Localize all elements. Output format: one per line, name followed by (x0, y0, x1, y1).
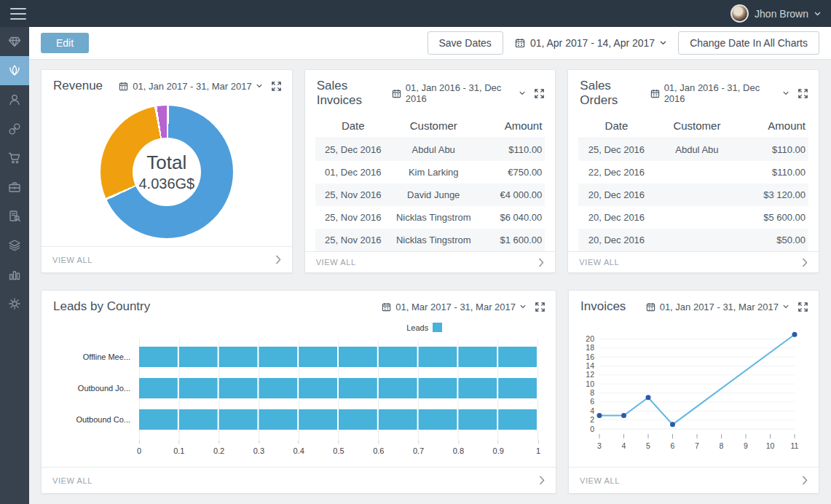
user-menu[interactable]: Jhon Brown (730, 4, 821, 23)
view-all-button[interactable]: VIEW ALL (305, 251, 556, 272)
legend-label: Leads (406, 323, 428, 332)
table-row[interactable]: 20, Dec 2016$50.00 (578, 229, 808, 251)
view-all-label: VIEW ALL (579, 258, 619, 267)
chevron-right-icon (802, 258, 808, 267)
chevron-down-icon (660, 41, 666, 45)
y-tick-label: 20 (586, 334, 594, 343)
expand-icon[interactable] (532, 87, 546, 101)
x-tick-label: 7 (695, 441, 699, 450)
card-date-value: 01, Jan 2017 - 31, Mar 2017 (133, 81, 251, 92)
hamburger-icon[interactable] (10, 8, 26, 20)
bar-row: Outbound Jo... (52, 373, 538, 404)
sidebar-item-layers[interactable] (0, 231, 29, 260)
table-cell: 01, Dec 2016 (315, 167, 391, 178)
table-row[interactable]: 25, Nov 2016Nicklas Tingstrom$1 600.00 (315, 229, 546, 251)
table-row[interactable]: 20, Dec 2016$3 120.00 (578, 184, 808, 206)
view-all-button[interactable]: VIEW ALL (42, 246, 292, 272)
view-all-label: VIEW ALL (52, 476, 92, 485)
x-tick-label: 9 (744, 441, 748, 450)
sidebar-item-file-search[interactable] (0, 202, 29, 231)
donut-ring: Total 4.036G$ (101, 106, 233, 238)
change-date-all-charts-button[interactable]: Change Date In All Charts (678, 31, 819, 55)
table-cell: $110.00 (739, 144, 808, 155)
sidebar-item-cart[interactable] (0, 143, 29, 173)
expand-icon[interactable] (796, 87, 810, 101)
chevron-right-icon (802, 476, 808, 485)
view-all-label: VIEW ALL (52, 256, 92, 264)
y-tick-label: 16 (586, 353, 594, 361)
users-icon (7, 92, 22, 107)
chevron-down-icon (256, 84, 262, 88)
sidebar-item-dashboard[interactable] (0, 56, 29, 85)
view-all-button[interactable]: VIEW ALL (42, 467, 556, 493)
save-dates-button[interactable]: Save Dates (428, 31, 503, 55)
avatar (730, 4, 749, 23)
table-row[interactable]: 22, Dec 2016$110.00 (578, 161, 808, 184)
sidebar-item-bar-chart[interactable] (0, 260, 29, 289)
cart-icon (7, 151, 22, 165)
sidebar-item-gear[interactable] (0, 289, 29, 318)
sidebar-item-gem[interactable] (0, 27, 29, 56)
sidebar-item-users[interactable] (0, 85, 29, 114)
briefcase-icon (7, 180, 22, 194)
view-all-button[interactable]: VIEW ALL (568, 251, 819, 272)
y-tick-label: 10 (586, 379, 594, 388)
calendar-icon (646, 302, 655, 312)
gem-icon (7, 34, 22, 49)
x-tick-label: 0.6 (373, 441, 384, 455)
y-tick-label: 0 (590, 425, 594, 433)
table-row[interactable]: 25, Nov 2016David Junge€4 000.00 (315, 184, 546, 206)
column-header: Amount (476, 119, 546, 132)
data-point (792, 332, 797, 337)
table-row[interactable]: 25, Dec 2016Abdul Abu$110.00 (315, 138, 546, 161)
table-row[interactable]: 25, Dec 2016Abdul Abu$110.00 (578, 138, 808, 161)
expand-icon[interactable] (533, 300, 547, 314)
view-all-button[interactable]: VIEW ALL (569, 467, 819, 493)
bar-row: Outbound Co... (52, 403, 538, 435)
revenue-date-range-select[interactable]: 01, Jan 2017 - 31, Mar 2017 (119, 81, 261, 92)
calendar-icon (392, 89, 401, 98)
table-cell: Abdul Abu (391, 144, 476, 155)
table-row[interactable]: 25, Nov 2016Nicklas Tingstrom$6 040.00 (315, 206, 546, 229)
table-cell: 20, Dec 2016 (578, 235, 654, 245)
expand-icon[interactable] (796, 300, 810, 314)
card-invoices: Invoices 01, Jan 2017 - 31, Mar 2017 02 (568, 290, 819, 494)
y-tick-label: 8 (590, 388, 594, 397)
invoices-date-range-select[interactable]: 01, Jan 2017 - 31, Mar 2017 (646, 302, 789, 312)
edit-button[interactable]: Edit (41, 33, 89, 53)
expand-icon[interactable] (269, 79, 283, 93)
table-cell: $1 600.00 (476, 235, 546, 245)
card-sales-invoices: Sales Invoices 01, Jan 2016 - 31, Dec 20… (304, 69, 556, 273)
sidebar-item-link[interactable] (0, 114, 29, 143)
x-tick-label: 0.7 (413, 441, 424, 455)
y-tick-label: 6 (590, 397, 594, 406)
column-header: Customer (391, 119, 476, 132)
sidebar-item-briefcase[interactable] (0, 173, 29, 202)
global-date-range-select[interactable]: 01, Apr 2017 - 14, Apr 2017 (515, 37, 666, 49)
table-cell: $6 040.00 (476, 212, 546, 223)
sales-orders-date-range-select[interactable]: 01, Jan 2016 - 31, Dec 2016 (650, 82, 789, 104)
sales-invoices-date-range-select[interactable]: 01, Jan 2016 - 31, Dec 2016 (392, 82, 526, 104)
table-row[interactable]: 20, Dec 2016$5 600.00 (578, 206, 808, 229)
x-tick-label: 3 (597, 441, 602, 450)
table-cell: €4 000.00 (476, 189, 546, 200)
data-point (621, 413, 626, 418)
x-tick-label: 0.3 (253, 441, 264, 455)
x-tick-label: 8 (720, 441, 724, 450)
bar (139, 347, 538, 367)
table-cell: 25, Dec 2016 (578, 144, 654, 155)
calendar-icon (650, 89, 660, 98)
legend-swatch (433, 323, 442, 332)
leads-date-range-select[interactable]: 01, Mar 2017 - 31, Mar 2017 (382, 302, 526, 312)
table-cell: 25, Nov 2016 (315, 235, 391, 245)
category-label: Offline Mee... (52, 353, 139, 361)
table-cell: $5 600.00 (739, 212, 808, 223)
page-toolbar: Edit Save Dates 01, Apr 2017 - 14, Apr 2… (29, 27, 831, 60)
calendar-icon (515, 38, 525, 48)
column-header: Amount (739, 119, 808, 132)
table-row[interactable]: 01, Dec 2016Kim Larking€750.00 (315, 161, 546, 184)
x-tick-label: 4 (622, 441, 626, 450)
top-navbar: Jhon Brown (0, 0, 831, 27)
card-date-value: 01, Jan 2016 - 31, Dec 2016 (664, 82, 779, 104)
column-header: Customer (655, 119, 740, 132)
